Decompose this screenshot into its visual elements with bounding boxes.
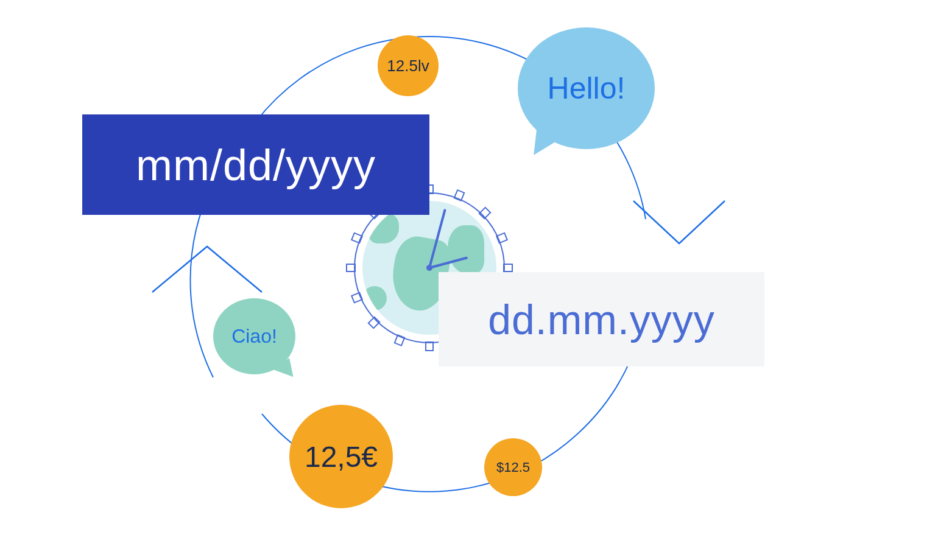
greeting-italian-bubble: Ciao! [213,298,295,374]
localization-diagram: mm/dd/yyyy dd.mm.yyyy Hello! Ciao! 12.5l… [0,0,938,560]
currency-lev-coin: 12.5lv [378,35,439,96]
svg-rect-2 [426,342,433,351]
date-format-eu: dd.mm.yyyy [439,272,764,366]
currency-euro-coin: 12,5€ [289,405,393,508]
svg-rect-3 [347,264,355,271]
currency-dollar-coin: $12.5 [484,438,542,496]
date-format-us: mm/dd/yyyy [82,114,429,215]
svg-rect-4 [504,264,512,271]
greeting-english-bubble: Hello! [518,27,655,149]
